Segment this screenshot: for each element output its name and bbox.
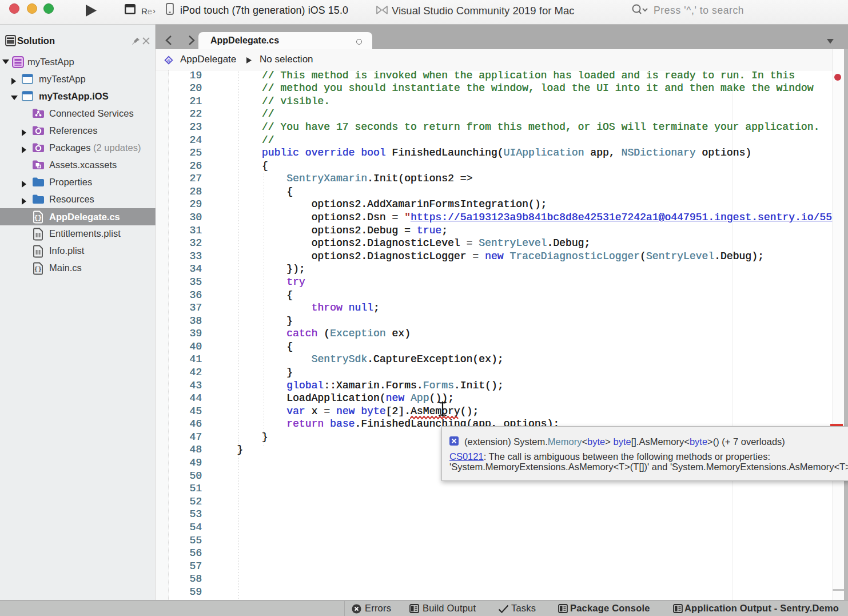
svg-text:c: c [167,58,170,63]
svg-text:{}: {} [34,214,42,221]
